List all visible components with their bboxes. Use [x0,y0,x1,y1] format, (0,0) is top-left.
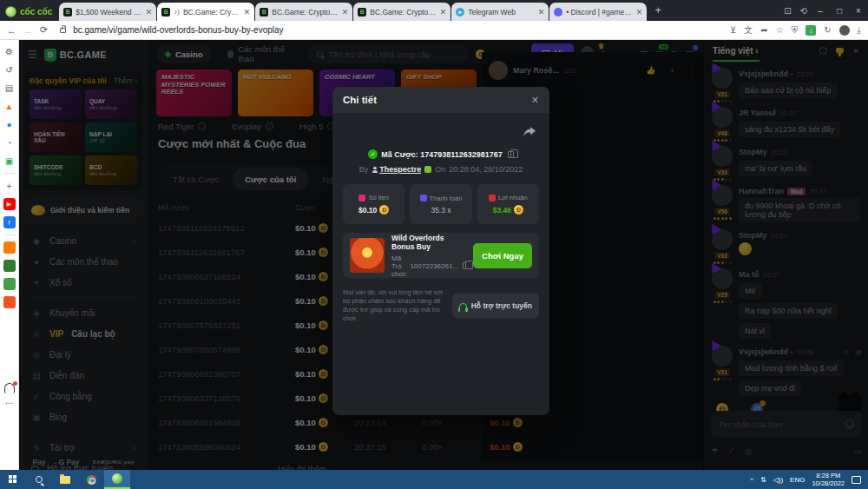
more-icon[interactable]: ⋯ [5,399,14,407]
taskbar-search-icon[interactable] [26,470,52,489]
translate-icon[interactable]: 文 [744,24,753,36]
bettor-link[interactable]: Thespectre [372,165,421,174]
games-icon[interactable]: ▣ [3,155,16,167]
close-button[interactable]: × [849,6,868,16]
tab-close-icon[interactable]: ✕ [636,8,643,17]
browser-tab[interactable]: BBC.Game: Crypto Casino Gan...✕ [353,3,450,21]
level-badge-icon [424,166,431,173]
messenger-icon[interactable]: ● [3,118,16,130]
settings-icon[interactable]: ⚙ [3,45,16,57]
discord-favicon [554,8,562,17]
stat-label: Thanh toán [430,195,463,202]
idm-download-icon[interactable]: ↓ [806,25,816,36]
add-shortcut-icon[interactable]: + [3,180,16,192]
modal-title: Chi tiết [343,95,377,105]
back-icon[interactable]: ← [7,25,16,36]
coccoc-logo-text: cốc cốc [20,7,52,17]
toolbar-icons: ⊻文➦☆⛨↓↻⤓ [730,24,861,36]
tab-title: BC.Game: Crypto Casino [183,8,240,17]
minimize-button[interactable]: – [811,6,830,16]
session-restore-icon[interactable]: ⟲ [800,6,807,16]
share-icon[interactable]: ➦ [760,25,767,35]
strip-bottom: ⋯ [0,383,19,489]
browser-tab[interactable]: ▸Telegram Web✕ [451,3,549,21]
video-download-icon[interactable]: ⊡ [784,6,791,16]
hot-trends-icon[interactable]: ▲ [3,100,16,112]
sync-icon[interactable]: ↻ [824,25,831,35]
lock-icon [60,28,66,33]
file-explorer-icon[interactable] [52,470,78,489]
history-icon[interactable]: ↺ [3,63,16,76]
adblock-shield-icon[interactable]: ⛨ [792,25,799,36]
browser-tab[interactable]: • Discord | #games | BC G...✕ [549,3,647,21]
gift-shop-icon[interactable] [3,260,16,272]
verified-check-icon: ✓ [368,149,378,159]
webpage-viewport: ☰ B BC.GAME Đặc quyền VIP của tôi Thêm ›… [19,40,868,470]
action-center-icon[interactable] [852,476,861,484]
forward-icon[interactable]: → [23,25,33,36]
game-card: Wild Overlords Bonus Buy Mã Trò chơi: 10… [343,233,539,278]
tab-audio-icon[interactable]: ♪) [174,8,180,16]
tab-close-icon[interactable]: ✕ [342,8,349,17]
play-now-button[interactable]: Chơi Ngay [473,243,532,268]
chrome-icon[interactable] [78,470,104,489]
window-controls: – □ × [811,0,868,21]
stat-số-tiền: Số tiền$0.10 Ð [343,184,404,224]
modal-close-icon[interactable]: ✕ [531,95,539,106]
bc-favicon: B [161,8,170,17]
address-bar: ← → ⟳ bc.game/vi/game/wild-overlords-bon… [0,21,868,40]
stat-thanh-toán: Thanh toán35.3 x [410,184,471,224]
strip-divider [4,235,15,235]
game-title: Wild Overlords Bonus Buy [391,234,466,251]
windows-taskbar: ^ ⇅ ◁)) ENG 8:28 PM10/28/2022 [0,470,868,489]
shop-icon[interactable] [3,278,16,290]
headset-icon [459,303,467,309]
browser-tab[interactable]: B$1,500 Weekend Evoplay Mu...✕ [59,3,156,21]
youtube-icon[interactable]: ▶ [3,198,16,210]
stat-value: $0.10 Ð [358,205,389,215]
cart-icon[interactable] [3,296,16,308]
tab-title: $1,500 Weekend Evoplay Mu... [76,8,141,17]
tab-close-icon[interactable]: ✕ [244,8,251,17]
game-thumbnail[interactable] [350,238,385,273]
tab-close-icon[interactable]: ✕ [440,8,447,17]
downloads-icon[interactable]: ⤓ [858,25,861,36]
taskbar-clock[interactable]: 8:28 PM10/28/2022 [812,472,845,487]
tray-expand-icon[interactable]: ^ [750,476,753,484]
newsfeed-icon[interactable]: ▤ [3,82,16,94]
tiki-icon[interactable] [3,241,16,254]
tab-close-icon[interactable]: ✕ [146,8,153,17]
reload-icon[interactable]: ⟳ [40,24,48,36]
network-icon[interactable]: ⇅ [760,476,766,484]
language-indicator[interactable]: ENG [790,476,805,484]
bet-datetime: 20:28:04, 28/10/2022 [449,165,523,174]
bet-stats: Số tiền$0.10 ÐThanh toán35.3 xLợi nhuận$… [343,184,539,224]
stat-label-row: Lợi nhuận [489,194,528,202]
notification-bell-icon[interactable] [4,383,15,393]
copy-icon[interactable] [463,262,466,269]
stat-label-row: Thanh toán [420,195,463,202]
stat-lợi-nhuận: Lợi nhuận$3.46 Ð [477,184,539,224]
new-tab-button[interactable]: + [651,4,665,18]
bet-id-value: 1747938112632981767 [420,150,503,159]
copy-icon[interactable] [508,151,514,158]
volume-icon[interactable]: ◁)) [773,476,783,484]
tab-close-icon[interactable]: ✕ [538,8,545,17]
url-text[interactable]: bc.game/vi/game/wild-overlords-bonus-buy… [73,25,283,35]
browser-tab[interactable]: B♪)BC.Game: Crypto Casino✕ [157,3,254,21]
game-id-row: Mã Trò chơi: 10072236261... [391,254,466,278]
save-media-icon[interactable]: ⊻ [730,25,736,35]
browser-tab-strip: cốc cốc B$1,500 Weekend Evoplay Mu...✕B♪… [0,0,868,21]
facebook-icon[interactable]: f [3,216,16,228]
zalo-icon[interactable]: ◔ [3,136,16,149]
live-support-button[interactable]: Hỗ trợ trực tuyến [452,294,539,318]
profile-icon[interactable] [839,25,850,36]
bookmark-star-icon[interactable]: ☆ [776,25,784,35]
bc-favicon: B [63,8,72,17]
stat-label: Số tiền [368,194,388,202]
coccoc-taskbar-icon[interactable] [104,470,130,489]
stat-icon [358,195,365,202]
maximize-button[interactable]: □ [830,6,849,16]
browser-tab[interactable]: BBC.Game: Crypto Casino Gan...✕ [255,3,352,21]
share-icon[interactable] [523,127,536,137]
